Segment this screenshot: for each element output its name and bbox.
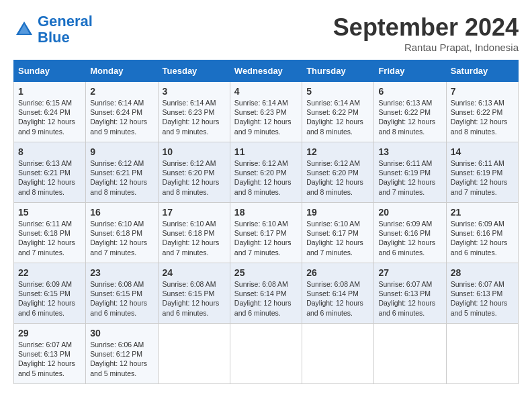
day-info: Sunrise: 6:11 AMSunset: 6:19 PMDaylight:… xyxy=(451,158,514,197)
calendar-cell: 27 Sunrise: 6:07 AMSunset: 6:13 PMDaylig… xyxy=(374,263,446,324)
calendar-week-5: 29 Sunrise: 6:07 AMSunset: 6:13 PMDaylig… xyxy=(14,324,519,384)
day-info: Sunrise: 6:14 AMSunset: 6:23 PMDaylight:… xyxy=(163,98,226,136)
calendar-cell: 3 Sunrise: 6:14 AMSunset: 6:23 PMDayligh… xyxy=(158,82,230,142)
day-number: 24 xyxy=(163,267,226,278)
day-info: Sunrise: 6:10 AMSunset: 6:17 PMDaylight:… xyxy=(234,219,298,257)
title-block: September 2024 Rantau Prapat, Indonesia xyxy=(333,13,519,53)
day-info: Sunrise: 6:12 AMSunset: 6:21 PMDaylight:… xyxy=(90,158,153,197)
day-number: 23 xyxy=(90,267,153,278)
header-wednesday: Wednesday xyxy=(230,60,302,82)
calendar-cell: 4 Sunrise: 6:14 AMSunset: 6:23 PMDayligh… xyxy=(230,82,302,142)
day-number: 7 xyxy=(451,86,514,97)
day-number: 2 xyxy=(90,86,153,97)
day-number: 12 xyxy=(306,146,369,157)
day-info: Sunrise: 6:07 AMSunset: 6:13 PMDaylight:… xyxy=(451,279,514,318)
header-sunday: Sunday xyxy=(14,60,86,82)
day-number: 25 xyxy=(234,267,298,278)
calendar-cell: 20 Sunrise: 6:09 AMSunset: 6:16 PMDaylig… xyxy=(374,203,446,263)
header-monday: Monday xyxy=(86,60,158,82)
day-info: Sunrise: 6:11 AMSunset: 6:19 PMDaylight:… xyxy=(378,158,441,197)
header-thursday: Thursday xyxy=(302,60,374,82)
calendar-cell: 26 Sunrise: 6:08 AMSunset: 6:14 PMDaylig… xyxy=(302,263,374,324)
day-info: Sunrise: 6:06 AMSunset: 6:12 PMDaylight:… xyxy=(90,340,153,378)
calendar-cell: 8 Sunrise: 6:13 AMSunset: 6:21 PMDayligh… xyxy=(14,142,86,203)
calendar-cell: 30 Sunrise: 6:06 AMSunset: 6:12 PMDaylig… xyxy=(86,324,158,384)
day-info: Sunrise: 6:10 AMSunset: 6:18 PMDaylight:… xyxy=(163,219,226,257)
calendar-cell: 25 Sunrise: 6:08 AMSunset: 6:14 PMDaylig… xyxy=(230,263,302,324)
calendar-cell: 21 Sunrise: 6:09 AMSunset: 6:16 PMDaylig… xyxy=(446,203,518,263)
day-number: 11 xyxy=(234,146,298,157)
day-info: Sunrise: 6:15 AMSunset: 6:24 PMDaylight:… xyxy=(18,98,81,136)
day-number: 15 xyxy=(18,207,81,218)
logo: General Blue xyxy=(13,13,93,46)
calendar-cell: 13 Sunrise: 6:11 AMSunset: 6:19 PMDaylig… xyxy=(374,142,446,203)
calendar-cell: 16 Sunrise: 6:10 AMSunset: 6:18 PMDaylig… xyxy=(86,203,158,263)
day-info: Sunrise: 6:12 AMSunset: 6:20 PMDaylight:… xyxy=(306,158,369,197)
day-info: Sunrise: 6:14 AMSunset: 6:24 PMDaylight:… xyxy=(90,98,153,136)
day-info: Sunrise: 6:13 AMSunset: 6:21 PMDaylight:… xyxy=(18,158,81,197)
calendar-cell xyxy=(158,324,230,384)
header-saturday: Saturday xyxy=(446,60,518,82)
calendar-cell: 5 Sunrise: 6:14 AMSunset: 6:22 PMDayligh… xyxy=(302,82,374,142)
calendar-week-2: 8 Sunrise: 6:13 AMSunset: 6:21 PMDayligh… xyxy=(14,142,519,203)
calendar-cell: 1 Sunrise: 6:15 AMSunset: 6:24 PMDayligh… xyxy=(14,82,86,142)
calendar-cell: 18 Sunrise: 6:10 AMSunset: 6:17 PMDaylig… xyxy=(230,203,302,263)
calendar-cell: 28 Sunrise: 6:07 AMSunset: 6:13 PMDaylig… xyxy=(446,263,518,324)
page-header: General Blue September 2024 Rantau Prapa… xyxy=(13,13,519,53)
calendar-cell: 23 Sunrise: 6:08 AMSunset: 6:15 PMDaylig… xyxy=(86,263,158,324)
header-tuesday: Tuesday xyxy=(158,60,230,82)
header-friday: Friday xyxy=(374,60,446,82)
day-info: Sunrise: 6:07 AMSunset: 6:13 PMDaylight:… xyxy=(18,340,81,378)
header-row: SundayMondayTuesdayWednesdayThursdayFrid… xyxy=(14,60,519,82)
logo-icon xyxy=(13,19,35,40)
day-info: Sunrise: 6:08 AMSunset: 6:14 PMDaylight:… xyxy=(234,279,298,318)
day-number: 29 xyxy=(18,328,81,338)
day-info: Sunrise: 6:09 AMSunset: 6:16 PMDaylight:… xyxy=(451,219,514,257)
day-info: Sunrise: 6:08 AMSunset: 6:14 PMDaylight:… xyxy=(306,279,369,318)
calendar-week-4: 22 Sunrise: 6:09 AMSunset: 6:15 PMDaylig… xyxy=(14,263,519,324)
day-info: Sunrise: 6:14 AMSunset: 6:22 PMDaylight:… xyxy=(306,98,369,136)
calendar-cell: 12 Sunrise: 6:12 AMSunset: 6:20 PMDaylig… xyxy=(302,142,374,203)
day-info: Sunrise: 6:09 AMSunset: 6:16 PMDaylight:… xyxy=(378,219,441,257)
day-number: 6 xyxy=(378,86,441,97)
calendar-cell: 24 Sunrise: 6:08 AMSunset: 6:15 PMDaylig… xyxy=(158,263,230,324)
day-number: 18 xyxy=(234,207,298,218)
calendar-cell: 10 Sunrise: 6:12 AMSunset: 6:20 PMDaylig… xyxy=(158,142,230,203)
calendar-cell: 19 Sunrise: 6:10 AMSunset: 6:17 PMDaylig… xyxy=(302,203,374,263)
logo-text: General Blue xyxy=(38,13,93,46)
calendar-cell: 14 Sunrise: 6:11 AMSunset: 6:19 PMDaylig… xyxy=(446,142,518,203)
day-number: 19 xyxy=(306,207,369,218)
month-title: September 2024 xyxy=(333,13,519,42)
calendar-cell: 22 Sunrise: 6:09 AMSunset: 6:15 PMDaylig… xyxy=(14,263,86,324)
day-info: Sunrise: 6:10 AMSunset: 6:17 PMDaylight:… xyxy=(306,219,369,257)
calendar-cell: 6 Sunrise: 6:13 AMSunset: 6:22 PMDayligh… xyxy=(374,82,446,142)
day-number: 20 xyxy=(378,207,441,218)
day-number: 17 xyxy=(163,207,226,218)
day-info: Sunrise: 6:08 AMSunset: 6:15 PMDaylight:… xyxy=(90,279,153,318)
calendar-cell xyxy=(374,324,446,384)
day-info: Sunrise: 6:10 AMSunset: 6:18 PMDaylight:… xyxy=(90,219,153,257)
day-info: Sunrise: 6:09 AMSunset: 6:15 PMDaylight:… xyxy=(18,279,81,318)
day-info: Sunrise: 6:13 AMSunset: 6:22 PMDaylight:… xyxy=(378,98,441,136)
calendar-table: SundayMondayTuesdayWednesdayThursdayFrid… xyxy=(13,60,519,384)
calendar-week-1: 1 Sunrise: 6:15 AMSunset: 6:24 PMDayligh… xyxy=(14,82,519,142)
calendar-cell: 7 Sunrise: 6:13 AMSunset: 6:22 PMDayligh… xyxy=(446,82,518,142)
day-info: Sunrise: 6:08 AMSunset: 6:15 PMDaylight:… xyxy=(163,279,226,318)
calendar-cell: 2 Sunrise: 6:14 AMSunset: 6:24 PMDayligh… xyxy=(86,82,158,142)
calendar-week-3: 15 Sunrise: 6:11 AMSunset: 6:18 PMDaylig… xyxy=(14,203,519,263)
day-number: 22 xyxy=(18,267,81,278)
calendar-cell: 15 Sunrise: 6:11 AMSunset: 6:18 PMDaylig… xyxy=(14,203,86,263)
day-number: 13 xyxy=(378,146,441,157)
calendar-cell: 9 Sunrise: 6:12 AMSunset: 6:21 PMDayligh… xyxy=(86,142,158,203)
calendar-cell: 29 Sunrise: 6:07 AMSunset: 6:13 PMDaylig… xyxy=(14,324,86,384)
day-number: 16 xyxy=(90,207,153,218)
day-number: 14 xyxy=(451,146,514,157)
day-number: 1 xyxy=(18,86,81,97)
day-info: Sunrise: 6:14 AMSunset: 6:23 PMDaylight:… xyxy=(234,98,298,136)
calendar-cell xyxy=(230,324,302,384)
day-number: 30 xyxy=(90,328,153,338)
day-number: 4 xyxy=(234,86,298,97)
calendar-cell xyxy=(302,324,374,384)
calendar-cell: 11 Sunrise: 6:12 AMSunset: 6:20 PMDaylig… xyxy=(230,142,302,203)
day-info: Sunrise: 6:13 AMSunset: 6:22 PMDaylight:… xyxy=(451,98,514,136)
